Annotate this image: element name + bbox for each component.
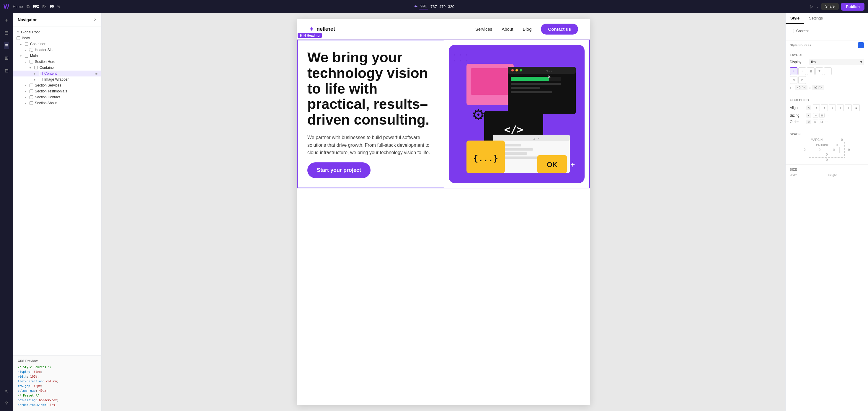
start-project-button[interactable]: Start your project xyxy=(307,162,371,178)
tree-item-container[interactable]: ▸ Container xyxy=(13,41,101,47)
style-source-active-btn[interactable] xyxy=(858,42,864,48)
plus-icon[interactable]: + xyxy=(4,17,9,24)
col-gap-input[interactable]: 40 PX xyxy=(812,85,824,90)
width-label: Width xyxy=(790,173,826,177)
tree-item-global-root[interactable]: ⊙ Global Root xyxy=(13,29,101,35)
logo-text: nelknet xyxy=(316,26,335,32)
nav-services[interactable]: Services xyxy=(475,27,492,32)
order-btn-1[interactable]: ⊞ xyxy=(813,120,818,124)
tree-item-section-contact[interactable]: ▸ Section Contact xyxy=(13,94,101,100)
box-icon xyxy=(30,60,33,63)
breakpoint-320[interactable]: 320 xyxy=(448,4,454,9)
tree-item-image-wrapper[interactable]: ▸ Image Wrapper xyxy=(13,76,101,83)
flex-child-section: Flex Child Align × ↑ ↕ ↓ ⊥ ⊤ ≡ Sizing × … xyxy=(786,95,868,129)
hero-heading: We bring your technology vision to life … xyxy=(307,50,434,128)
space-section: Space MARGIN 0 0 PADDING 0 0 xyxy=(786,129,868,165)
tab-style[interactable]: Style xyxy=(786,13,804,24)
padding-bottom-val[interactable]: 0 xyxy=(814,153,840,156)
align-btn-5[interactable]: ⊤ xyxy=(845,104,852,111)
height-value[interactable]: 96 xyxy=(50,4,54,8)
svg-text:⚙: ⚙ xyxy=(472,106,485,123)
tree-item-section-testimonials[interactable]: ▸ Section Testimonials xyxy=(13,88,101,94)
tree-item-section-hero[interactable]: ▸ Section Hero xyxy=(13,59,101,65)
component-icon[interactable]: ⊞ xyxy=(4,54,10,62)
sizing-btn-1[interactable]: ↔ xyxy=(813,113,818,118)
margin-left-val[interactable]: 0 xyxy=(802,148,808,152)
align-btn-1[interactable]: ↑ xyxy=(813,104,820,111)
icon-rail: + ☰ ≡ ⊞ ⊟ ∿ ? xyxy=(0,13,13,411)
sizing-x[interactable]: × xyxy=(806,113,811,118)
breakpoint-star-icon[interactable]: ✦ xyxy=(414,3,418,10)
tree-item-section-services[interactable]: ▸ Section Services xyxy=(13,83,101,88)
close-navigator-button[interactable]: × xyxy=(94,17,97,23)
wave-icon[interactable]: ∿ xyxy=(4,387,10,395)
flex-align-mid-icon[interactable]: ⊥ xyxy=(824,67,832,75)
copy-icon[interactable]: ⧉ xyxy=(27,4,30,9)
breakpoint-479[interactable]: 479 xyxy=(439,4,446,9)
tree-item-label: Section Services xyxy=(35,83,61,87)
pages-icon[interactable]: ⊟ xyxy=(4,67,10,75)
svg-point-21 xyxy=(520,69,522,71)
order-btn-2[interactable]: ⊟ xyxy=(819,120,824,124)
flex-down-icon[interactable]: ↓ xyxy=(798,67,806,75)
inner-left-val[interactable]: 0 xyxy=(819,148,821,152)
display-select[interactable]: flex ▾ xyxy=(809,59,864,65)
question-icon[interactable]: ? xyxy=(4,400,9,407)
flex-row-icon[interactable]: ≡ xyxy=(790,67,798,75)
width-value[interactable]: 992 xyxy=(33,4,39,8)
home-label[interactable]: Home xyxy=(13,4,23,9)
align-btn-4[interactable]: ⊥ xyxy=(837,104,844,111)
display-label: Display xyxy=(790,60,807,64)
align-btn-3[interactable]: ↓ xyxy=(829,104,836,111)
tab-settings[interactable]: Settings xyxy=(804,13,828,24)
tree-item-header-slot[interactable]: ▸ Header Slot xyxy=(13,47,101,53)
contact-us-button[interactable]: Contact us xyxy=(541,24,578,35)
order-more-icon[interactable]: ··· xyxy=(825,120,828,124)
tree-item-content[interactable]: ▸ Content ◉ xyxy=(13,70,101,76)
row-gap-input[interactable]: 40 PX xyxy=(795,85,807,90)
chevron-icon[interactable]: ⌄ xyxy=(816,4,819,8)
sizing-more-icon[interactable]: ··· xyxy=(826,113,829,118)
svg-rect-29 xyxy=(493,135,570,141)
hero-content: We bring your technology vision to life … xyxy=(298,40,444,188)
tree-item-container-nested[interactable]: ▾ Container xyxy=(13,65,101,70)
tree-item-label: Content xyxy=(44,71,57,75)
tree-item-section-about[interactable]: ▸ Section About xyxy=(13,100,101,106)
publish-button[interactable]: Publish xyxy=(841,3,864,11)
align-btn-2[interactable]: ↕ xyxy=(821,104,828,111)
eye-icon[interactable]: ◉ xyxy=(95,72,98,75)
tree-item-main[interactable]: ▾ Main xyxy=(13,53,101,59)
tree-item-body[interactable]: Body xyxy=(13,35,101,41)
flex-wrap1-icon[interactable]: ⊞ xyxy=(790,76,798,84)
padding-top-val[interactable]: 0 xyxy=(836,144,838,147)
webflow-logo: W xyxy=(4,3,9,10)
link-gap-icon[interactable]: ∞ xyxy=(809,86,811,90)
margin-right-val[interactable]: 0 xyxy=(846,148,852,152)
heading-tag-label: H Heading xyxy=(304,34,319,37)
margin-top-val[interactable]: 0 xyxy=(841,138,843,141)
flex-child-title: Flex Child xyxy=(790,98,864,102)
box-icon xyxy=(25,54,28,58)
layers-icon[interactable]: ☰ xyxy=(3,29,10,37)
nav-about[interactable]: About xyxy=(502,27,513,32)
preview-button[interactable]: ▷ xyxy=(810,4,813,9)
width-unit: PX xyxy=(42,5,46,8)
align-x[interactable]: × xyxy=(806,105,811,110)
breakpoint-991[interactable]: 991 xyxy=(419,4,428,9)
content-checkbox[interactable] xyxy=(790,29,794,33)
share-button[interactable]: Share xyxy=(821,3,839,10)
inner-right-val[interactable]: 0 xyxy=(833,148,835,152)
sizing-btn-2[interactable]: ⊞ xyxy=(819,113,825,118)
flex-wrap2-icon[interactable]: ⊟ xyxy=(798,76,806,84)
style-sources-controls xyxy=(858,42,864,48)
nav-blog[interactable]: Blog xyxy=(523,27,531,32)
canvas-area[interactable]: ✦ nelknet Services About Blog Contact us… xyxy=(101,13,785,411)
flex-align-top-icon[interactable]: ⊤ xyxy=(815,67,823,75)
order-x[interactable]: × xyxy=(806,120,811,124)
margin-bottom-val[interactable]: 0 xyxy=(826,158,828,161)
flex-grid-icon[interactable]: ⊞ xyxy=(807,67,814,75)
breakpoint-767[interactable]: 767 xyxy=(430,4,437,9)
align-btn-6[interactable]: ≡ xyxy=(852,104,860,111)
content-menu-icon[interactable]: ··· xyxy=(860,28,864,34)
navigator-icon[interactable]: ≡ xyxy=(4,42,9,49)
